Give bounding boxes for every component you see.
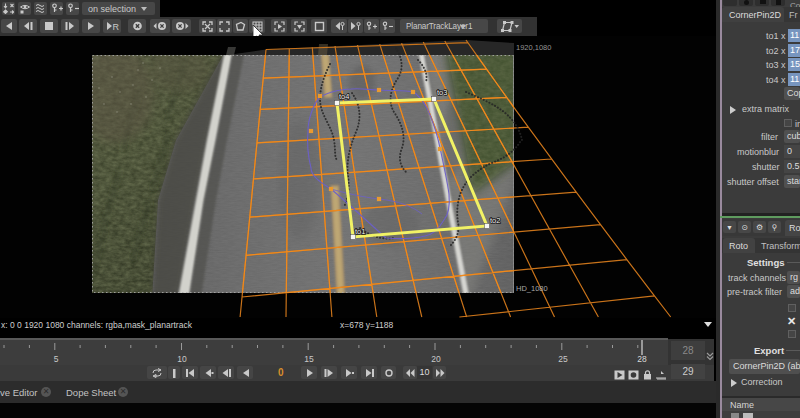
svg-text:to2: to2	[490, 216, 500, 225]
svg-text:to1: to1	[355, 227, 365, 236]
svg-text:to3: to3	[437, 88, 447, 97]
svg-text:R: R	[112, 22, 119, 32]
svg-text:to4: to4	[339, 92, 349, 101]
